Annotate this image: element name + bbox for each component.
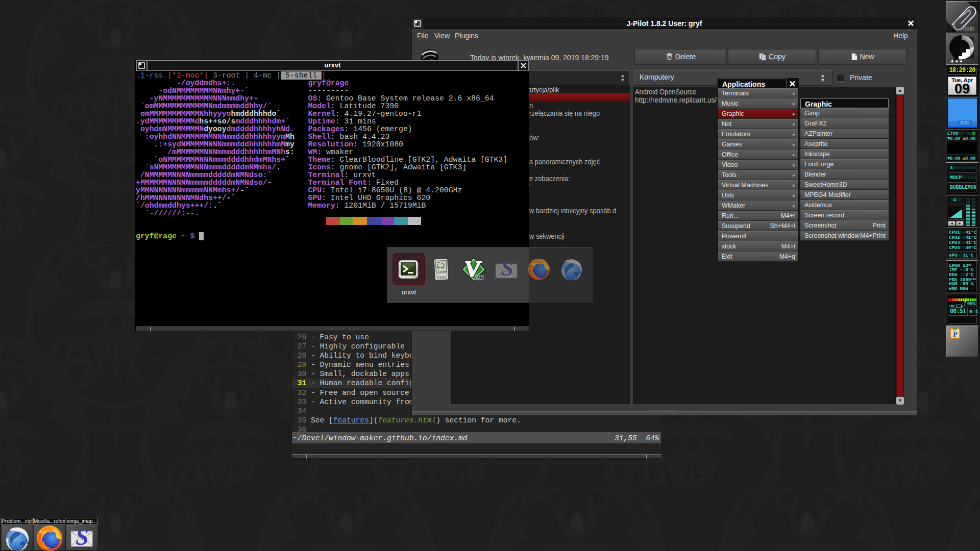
svg-text:P: P xyxy=(953,331,958,338)
svg-text:S: S xyxy=(76,525,89,549)
svg-text:main: main xyxy=(961,25,974,32)
svg-text:S: S xyxy=(501,257,513,280)
svg-text:im: im xyxy=(475,272,484,282)
